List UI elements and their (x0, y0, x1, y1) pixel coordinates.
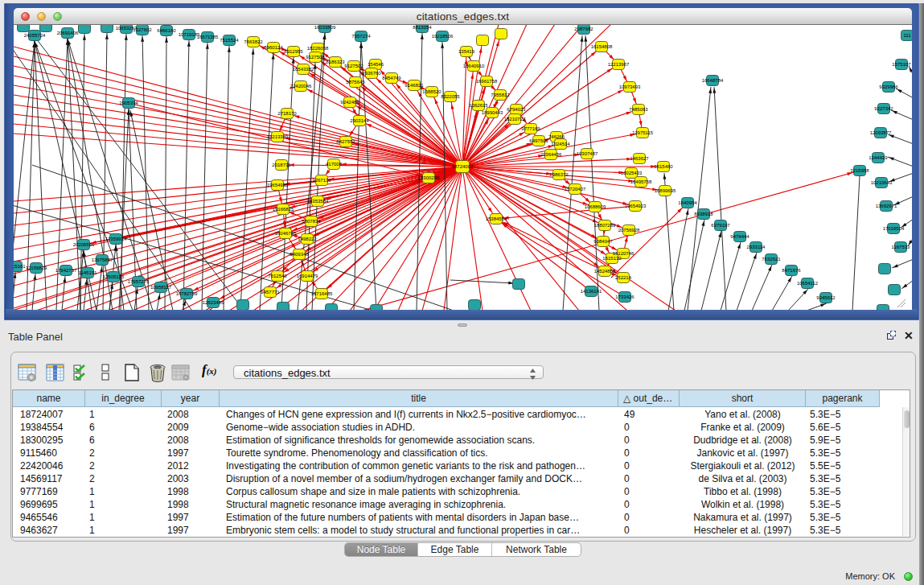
svg-text:252214: 252214 (615, 275, 632, 280)
svg-text:20364436: 20364436 (540, 152, 562, 157)
svg-text:3267130: 3267130 (312, 178, 331, 183)
svg-text:1145191: 1145191 (79, 270, 98, 275)
svg-text:14136141: 14136141 (581, 289, 602, 294)
svg-text:2986372: 2986372 (549, 172, 569, 177)
svg-text:7515524: 7515524 (220, 38, 239, 43)
svg-text:1498222: 1498222 (298, 237, 317, 241)
svg-text:6379197: 6379197 (711, 223, 730, 228)
svg-text:17016504: 17016504 (883, 226, 905, 231)
svg-text:8938918: 8938918 (694, 212, 713, 216)
svg-text:7632621: 7632621 (762, 257, 781, 262)
svg-text:7955812: 7955812 (491, 93, 510, 97)
svg-text:9084047: 9084047 (593, 239, 613, 244)
svg-text:1588520: 1588520 (422, 89, 441, 94)
svg-text:16495758: 16495758 (630, 179, 652, 184)
svg-text:15720407: 15720407 (565, 187, 586, 192)
svg-text:16961758: 16961758 (476, 79, 498, 84)
svg-text:12156829: 12156829 (26, 266, 47, 270)
svg-text:111: 111 (903, 33, 911, 38)
svg-text:417008: 417008 (326, 162, 343, 167)
svg-text:19654923: 19654923 (625, 204, 647, 208)
svg-text:20756928: 20756928 (618, 228, 640, 233)
svg-text:2718170: 2718170 (277, 111, 297, 116)
svg-text:8322055: 8322055 (441, 94, 460, 99)
svg-text:22420046: 22420046 (290, 84, 312, 89)
svg-text:3915161: 3915161 (14, 264, 26, 269)
svg-text:10654112: 10654112 (797, 281, 819, 286)
svg-text:8471676: 8471676 (782, 268, 801, 273)
svg-text:9777169: 9777169 (521, 126, 540, 131)
svg-text:24055724: 24055724 (24, 33, 46, 38)
svg-text:1463627: 1463627 (630, 156, 649, 161)
svg-text:2018731: 2018731 (272, 163, 291, 167)
svg-text:8454749: 8454749 (382, 76, 401, 80)
svg-text:9245612: 9245612 (816, 295, 836, 300)
svg-text:6466160: 6466160 (157, 28, 176, 33)
svg-text:9127508: 9127508 (306, 55, 325, 60)
svg-text:7357274: 7357274 (351, 34, 371, 39)
svg-text:5807834: 5807834 (302, 219, 321, 224)
svg-text:5409348: 5409348 (290, 252, 309, 257)
svg-text:16782759: 16782759 (176, 291, 198, 296)
svg-text:16046785: 16046785 (275, 231, 297, 236)
svg-text:10688609: 10688609 (585, 204, 606, 209)
svg-text:18807289: 18807289 (594, 223, 616, 228)
svg-text:13975887: 13975887 (92, 257, 113, 262)
svg-text:1024514: 1024514 (551, 142, 570, 146)
svg-text:16210722: 16210722 (504, 117, 526, 122)
svg-text:18226058: 18226058 (307, 46, 329, 51)
svg-text:17957275: 17957275 (128, 279, 150, 284)
svg-text:14524851: 14524851 (594, 269, 616, 274)
svg-text:16543382: 16543382 (293, 67, 314, 72)
svg-text:2933114: 2933114 (747, 245, 766, 249)
svg-text:18724007: 18724007 (452, 164, 474, 169)
svg-text:9127502: 9127502 (344, 64, 363, 68)
svg-text:19166825: 19166825 (273, 207, 294, 212)
svg-text:3215958: 3215958 (850, 168, 869, 173)
svg-text:8427552: 8427552 (336, 139, 355, 144)
svg-text:1615132: 1615132 (602, 256, 622, 261)
svg-text:20206556: 20206556 (73, 242, 95, 247)
svg-text:1733426: 1733426 (615, 295, 634, 299)
svg-text:10899695: 10899695 (655, 188, 676, 193)
svg-text:9146821: 9146821 (405, 83, 424, 88)
svg-text:1640954: 1640954 (678, 200, 697, 205)
svg-text:8960124: 8960124 (264, 45, 283, 50)
svg-text:9329966: 9329966 (879, 84, 898, 89)
svg-text:12213967: 12213967 (608, 62, 630, 67)
svg-text:12093877: 12093877 (870, 130, 892, 135)
svg-text:19218506: 19218506 (432, 34, 454, 39)
svg-text:16914479: 16914479 (297, 274, 318, 278)
svg-text:16033809: 16033809 (314, 25, 336, 30)
svg-text:10307487: 10307487 (577, 151, 598, 156)
svg-text:5875645: 5875645 (346, 80, 365, 84)
svg-text:9474444: 9474444 (730, 234, 749, 239)
svg-text:10210643: 10210643 (871, 180, 893, 185)
svg-text:2936760: 2936760 (362, 71, 381, 76)
svg-text:1362615: 1362615 (469, 103, 488, 108)
svg-text:17359914: 17359914 (105, 237, 127, 241)
svg-text:1327602: 1327602 (133, 27, 152, 32)
svg-text:10958117: 10958117 (150, 285, 172, 290)
svg-text:18300295: 18300295 (418, 175, 440, 180)
svg-text:15716485: 15716485 (311, 291, 333, 296)
svg-text:16154808: 16154808 (591, 44, 613, 49)
svg-text:18640910: 18640910 (463, 64, 485, 68)
svg-text:8813054: 8813054 (413, 25, 432, 30)
svg-text:1575107: 1575107 (892, 62, 911, 67)
svg-text:12213389: 12213389 (267, 134, 289, 139)
svg-text:6794023: 6794023 (507, 107, 526, 112)
svg-text:135419: 135419 (458, 49, 475, 54)
svg-text:20691406: 20691406 (57, 31, 79, 35)
svg-text:16648784: 16648784 (702, 78, 724, 83)
svg-text:10973493: 10973493 (619, 84, 641, 89)
svg-text:1167533: 1167533 (892, 245, 911, 249)
svg-text:9242485: 9242485 (340, 100, 359, 105)
svg-text:14353584: 14353584 (307, 199, 329, 204)
svg-text:7663822: 7663822 (244, 39, 263, 44)
svg-text:12505135: 12505135 (103, 274, 125, 279)
svg-text:8186323: 8186323 (326, 60, 345, 64)
svg-text:2087682: 2087682 (574, 27, 593, 31)
svg-text:12823485: 12823485 (203, 300, 224, 305)
svg-text:16671385: 16671385 (197, 35, 219, 39)
